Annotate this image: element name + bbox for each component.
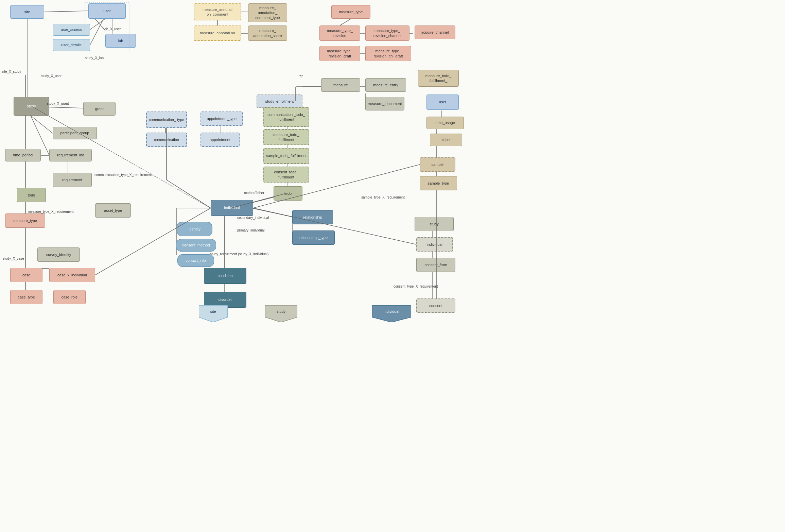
entity-measure-type-revision-draft[interactable]: measure_type_ revision_draft: [319, 46, 360, 61]
label-lab-x-user: lab_X_user: [104, 27, 121, 31]
svg-line-12: [48, 107, 83, 108]
entity-measure[interactable]: measure: [321, 78, 360, 92]
entity-sample-type[interactable]: sample_type: [420, 176, 457, 190]
entity-user-access[interactable]: user_access: [53, 24, 90, 36]
entity-measure-document[interactable]: measure_ document: [365, 97, 404, 110]
entity-consent-todo-fulfillment[interactable]: consent_todo_ fulfillment: [263, 167, 309, 183]
entity-sample[interactable]: sample: [420, 157, 455, 172]
label-study-x-case: study_X_case: [3, 257, 24, 260]
entity-requirement-bottom[interactable]: consent: [416, 298, 455, 313]
entity-measure-annotation-comment-type[interactable]: measure_ annotation_ comment_type: [248, 3, 287, 22]
entity-study[interactable]: study: [14, 97, 49, 116]
svg-text:study: study: [277, 309, 286, 313]
svg-line-65: [253, 208, 416, 244]
entity-sample-todo-fulfillment[interactable]: sample_todo_ fulfillment: [263, 148, 309, 164]
label-study-x-lab: study_X_lab: [85, 56, 104, 60]
entity-tube-usage[interactable]: tube_usage: [426, 117, 464, 129]
svg-text:site: site: [210, 309, 216, 313]
svg-line-56: [340, 19, 351, 25]
label-primary-individual: primary_individual: [237, 228, 265, 232]
entity-tube[interactable]: tube: [430, 134, 462, 146]
entity-measure-type[interactable]: measure_type: [331, 5, 370, 19]
entity-contact-info[interactable]: contact_info: [177, 254, 214, 267]
entity-time-period[interactable]: time_period: [5, 149, 41, 161]
svg-line-1: [90, 19, 105, 30]
svg-marker-48: [199, 305, 228, 322]
entity-communication-type[interactable]: communication_ type: [146, 111, 187, 128]
entity-individual-bottom[interactable]: individual: [372, 305, 411, 322]
label-study-x-grant: study_X_grant: [47, 102, 69, 105]
entity-measure-annotation[interactable]: measure_annotati on: [194, 25, 241, 41]
svg-line-0: [44, 11, 88, 12]
entity-measure-annotation-comment[interactable]: measure_annotati on_comment: [194, 3, 241, 20]
entity-communication-todo-fulfillment[interactable]: communication _todo_ fulfillment: [263, 107, 309, 127]
entity-measure-type-revision-chl-draft[interactable]: measure_type_ revision_chl_draft: [365, 46, 411, 61]
entity-communication[interactable]: communication: [146, 133, 187, 147]
entity-todo-left[interactable]: todo: [17, 188, 46, 202]
svg-marker-50: [265, 305, 297, 322]
entity-lab[interactable]: lab: [105, 34, 136, 48]
svg-line-2: [90, 19, 104, 45]
entity-measure-type-revision[interactable]: measure_type_ revision: [319, 25, 360, 41]
label-communication-type-x-requirement: communicaation_type_X_requirement: [94, 173, 152, 177]
entity-requirement[interactable]: requirement: [53, 173, 92, 187]
label-secondary-individual: secondary_individual: [237, 216, 269, 220]
entity-measure-type-revision-channel[interactable]: measure_type_ revision_channel: [365, 25, 409, 41]
entity-acquire-channel[interactable]: acquire_channel: [415, 25, 455, 39]
entity-site[interactable]: site: [10, 5, 44, 19]
entity-condition[interactable]: condition: [204, 268, 246, 284]
entity-case-x-individual[interactable]: case_x_individual: [49, 268, 95, 282]
svg-marker-52: [372, 305, 411, 322]
entity-appointment[interactable]: appointment: [200, 133, 240, 147]
entity-case-role[interactable]: case_role: [53, 290, 86, 304]
diagram-container: site user user_access user_details lab m…: [0, 0, 785, 532]
entity-measure-annotation-score[interactable]: measure_ annotation_score: [248, 25, 287, 41]
entity-user-top-right[interactable]: user: [426, 95, 459, 110]
entity-todo-center[interactable]: todo: [274, 186, 302, 201]
svg-text:individual: individual: [384, 309, 399, 313]
entity-consent-method[interactable]: consent_method: [176, 239, 216, 252]
label-sample-type-x-requirement: sample_type_X_requirement: [361, 195, 405, 199]
entity-consent-type[interactable]: consent_form: [416, 258, 455, 272]
entity-user-details[interactable]: user_details: [53, 39, 90, 51]
entity-consent[interactable]: individual: [416, 237, 453, 252]
svg-line-68: [167, 180, 211, 208]
label-study-recruitment: study_recruitment (study_X_individual): [210, 252, 268, 256]
entity-identity[interactable]: identity: [177, 222, 212, 236]
label-measure-type-x-requirement: measure_type_X_requirement: [28, 210, 74, 213]
entity-measure-entry[interactable]: measure_entry: [365, 78, 406, 92]
label-study-x-user: study_X_user: [41, 74, 62, 78]
label-mother-father: mother/father: [244, 191, 264, 195]
entity-study-enrollment[interactable]: study_enrollment: [257, 95, 302, 108]
entity-consent-form[interactable]: study: [415, 217, 454, 231]
entity-site-bottom[interactable]: site: [199, 305, 228, 322]
label-question-marks: ??: [299, 74, 303, 78]
entity-study-bottom[interactable]: study: [265, 305, 297, 322]
entity-asset-type[interactable]: asset_type: [95, 203, 131, 218]
entity-individual[interactable]: individual: [211, 200, 253, 216]
entity-user[interactable]: user: [88, 3, 126, 19]
entity-grant[interactable]: grant: [83, 102, 116, 116]
entity-case[interactable]: case: [10, 268, 42, 282]
entity-relationship[interactable]: relationship: [292, 210, 333, 224]
entity-participant-group[interactable]: participant_group: [53, 127, 97, 139]
label-site-x-study: site_X_study: [2, 70, 21, 73]
label-consent-type-x-requirement: consent_type_X_requirement: [394, 285, 438, 288]
entity-relationship-type[interactable]: relationship_type: [292, 230, 335, 245]
entity-measure-todo-fulfillment[interactable]: measure_todo_ fulfillment: [263, 129, 309, 145]
entity-survey-identity[interactable]: survey_identity: [37, 247, 80, 262]
entity-requirement-list[interactable]: requirement_list: [49, 149, 92, 161]
svg-line-13: [31, 116, 53, 133]
entity-case-type[interactable]: case_type: [10, 290, 42, 304]
entity-appointment-type[interactable]: appointment_type: [200, 111, 243, 126]
entity-measure-todo-fulfillment-top[interactable]: measure_todo_ fulfillment_: [418, 70, 459, 87]
entity-measure-type-left[interactable]: measure_type: [5, 213, 45, 228]
